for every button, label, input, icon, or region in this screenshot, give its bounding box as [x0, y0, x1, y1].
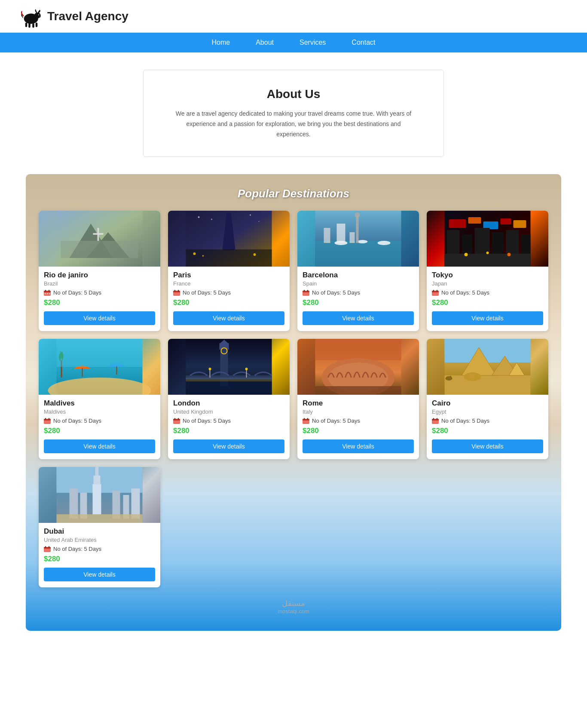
nav-about[interactable]: About [256, 39, 274, 46]
destinations-section: Popular Destinations Rio [26, 174, 561, 631]
svg-point-92 [209, 368, 211, 370]
view-details-rio[interactable]: View details [44, 311, 155, 325]
svg-point-6 [38, 14, 39, 15]
svg-point-86 [222, 348, 227, 353]
days-text-rio: No of Days: 5 Days [53, 289, 101, 296]
svg-point-24 [250, 215, 251, 216]
days-text-cairo: No of Days: 5 Days [441, 418, 489, 424]
svg-rect-42 [324, 228, 330, 243]
destination-card-london: London United Kingdom No of Days: 5 Days… [168, 339, 290, 459]
destination-card-cairo: Cairo Egypt No of Days: 5 Days $280 View… [427, 339, 548, 459]
empty-slot-2 [297, 467, 419, 587]
destination-image-cairo [427, 339, 548, 395]
svg-point-46 [355, 212, 360, 218]
card-body-maldives: Maldives Maldives No of Days: 5 Days $28… [39, 395, 160, 459]
view-details-paris[interactable]: View details [173, 311, 284, 325]
svg-rect-36 [178, 290, 179, 292]
card-price-paris: $280 [173, 298, 284, 307]
card-body-london: London United Kingdom No of Days: 5 Days… [168, 395, 290, 459]
footer-watermark: مستقل mostaqi.com [39, 592, 548, 618]
card-days-rome: No of Days: 5 Days [303, 418, 414, 424]
card-city-paris: Paris [173, 271, 284, 280]
days-text-paris: No of Days: 5 Days [183, 289, 231, 296]
calendar-icon-rio [44, 290, 51, 296]
svg-rect-4 [32, 23, 34, 28]
view-details-cairo[interactable]: View details [432, 439, 543, 453]
card-body-paris: Paris France No of Days: 5 Days $280 Vie… [168, 267, 290, 331]
card-body-rio: Rio de janiro Brazil No of Days: 5 Days … [39, 267, 160, 331]
view-details-dubai[interactable]: View details [44, 568, 155, 581]
svg-rect-135 [45, 546, 46, 548]
card-city-london: London [173, 399, 284, 408]
svg-rect-16 [45, 290, 46, 292]
view-details-rome[interactable]: View details [303, 439, 414, 453]
svg-rect-136 [49, 546, 49, 548]
card-body-tokyo: Tokyo Japan No of Days: 5 Days $280 View… [427, 267, 548, 331]
svg-rect-127 [70, 488, 78, 519]
view-details-london[interactable]: View details [173, 439, 284, 453]
watermark-arabic: مستقل [39, 599, 548, 608]
svg-rect-73 [82, 368, 83, 377]
calendar-icon-dubai [44, 546, 51, 552]
svg-rect-97 [174, 418, 175, 420]
days-text-maldives: No of Days: 5 Days [53, 418, 101, 424]
calendar-icon-paris [173, 290, 180, 296]
svg-rect-56 [514, 220, 526, 228]
destinations-row-2: Maldives Maldives No of Days: 5 Days $28… [39, 339, 548, 459]
card-city-cairo: Cairo [432, 399, 543, 408]
svg-rect-68 [432, 291, 439, 292]
card-country-barcelona: Spain [303, 280, 414, 287]
card-days-tokyo: No of Days: 5 Days [432, 289, 543, 296]
destination-card-rome: Rome Italy No of Days: 5 Days $280 View … [297, 339, 419, 459]
svg-rect-96 [173, 419, 180, 421]
view-details-maldives[interactable]: View details [44, 439, 155, 453]
calendar-icon-cairo [432, 418, 439, 424]
svg-rect-110 [445, 375, 531, 395]
svg-rect-105 [303, 419, 309, 421]
svg-rect-17 [49, 290, 49, 292]
destination-card-rio: Rio de janiro Brazil No of Days: 5 Days … [39, 211, 160, 331]
card-country-rio: Brazil [44, 280, 155, 287]
empty-slot-3 [427, 467, 548, 587]
svg-rect-74 [116, 366, 117, 375]
svg-rect-43 [337, 224, 345, 243]
svg-rect-70 [437, 290, 437, 292]
svg-rect-109 [445, 339, 531, 362]
destination-image-paris [168, 211, 290, 267]
svg-rect-48 [303, 291, 309, 292]
svg-rect-103 [315, 386, 401, 395]
svg-rect-117 [450, 376, 452, 379]
svg-rect-89 [186, 379, 272, 395]
destinations-title: Popular Destinations [39, 187, 548, 200]
svg-rect-63 [445, 254, 531, 267]
svg-rect-12 [93, 233, 104, 235]
card-country-rome: Italy [303, 409, 414, 415]
about-section: About Us We are a travel agency dedicate… [143, 70, 444, 157]
svg-rect-131 [131, 488, 140, 519]
watermark-url: mostaqi.com [39, 608, 548, 614]
nav-home[interactable]: Home [212, 39, 230, 46]
svg-rect-52 [449, 219, 466, 228]
calendar-icon-london [173, 418, 180, 424]
days-text-tokyo: No of Days: 5 Days [441, 289, 489, 296]
svg-rect-2 [25, 23, 28, 28]
svg-point-64 [465, 253, 468, 256]
svg-point-7 [39, 16, 41, 18]
view-details-tokyo[interactable]: View details [432, 311, 543, 325]
nav-services[interactable]: Services [300, 39, 326, 46]
card-days-rio: No of Days: 5 Days [44, 289, 155, 296]
view-details-barcelona[interactable]: View details [303, 311, 414, 325]
destinations-row-1: Rio de janiro Brazil No of Days: 5 Days … [39, 211, 548, 331]
svg-point-22 [198, 216, 200, 218]
svg-rect-69 [433, 290, 434, 292]
destination-image-maldives [39, 339, 160, 395]
logo-area: Travel Agency [17, 4, 128, 28]
destination-image-barcelona [297, 211, 419, 267]
card-days-london: No of Days: 5 Days [173, 418, 284, 424]
destination-image-tokyo [427, 211, 548, 267]
nav-contact[interactable]: Contact [352, 39, 375, 46]
svg-rect-38 [315, 241, 401, 267]
svg-rect-132 [57, 514, 143, 523]
destination-image-dubai [39, 467, 160, 523]
svg-rect-115 [470, 373, 475, 378]
